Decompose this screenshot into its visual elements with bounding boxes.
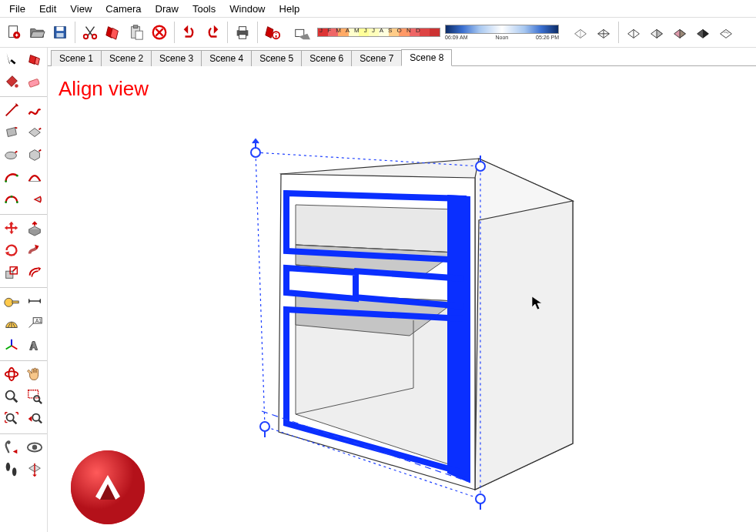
- scene-tab-6[interactable]: Scene 6: [301, 50, 352, 66]
- scene-tab-5[interactable]: Scene 5: [251, 50, 302, 66]
- menu-help[interactable]: Help: [273, 2, 306, 16]
- rotated-rectangle-tool[interactable]: [23, 121, 46, 143]
- zoom-extents-tool[interactable]: [0, 407, 23, 430]
- paste-button[interactable]: [125, 22, 147, 43]
- xray-style-button[interactable]: [570, 22, 591, 43]
- text-tool[interactable]: A1: [23, 312, 46, 334]
- back-edges-style-button[interactable]: [715, 22, 737, 43]
- open-file-button[interactable]: [26, 22, 48, 43]
- two-point-arc-tool[interactable]: [23, 166, 46, 188]
- tape-measure-tool[interactable]: [0, 289, 23, 312]
- scene-tab-2[interactable]: Scene 2: [101, 50, 152, 66]
- svg-point-40: [6, 462, 11, 470]
- move-tool[interactable]: [0, 216, 23, 239]
- orbit-tool[interactable]: [0, 363, 23, 385]
- svg-point-34: [34, 396, 39, 401]
- scale-tool[interactable]: [0, 261, 23, 283]
- svg-point-63: [476, 162, 485, 171]
- month-slider[interactable]: [317, 28, 440, 37]
- zoom-window-tool[interactable]: [23, 385, 46, 407]
- svg-point-14: [273, 32, 279, 38]
- polygon-tool[interactable]: [23, 143, 46, 166]
- svg-point-62: [251, 148, 260, 157]
- menu-edit[interactable]: Edit: [33, 2, 62, 16]
- scene-tab-1[interactable]: Scene 1: [51, 50, 102, 66]
- previous-view-tool[interactable]: [23, 407, 46, 430]
- push-pull-tool[interactable]: [23, 216, 46, 239]
- circle-tool[interactable]: [0, 143, 23, 166]
- svg-point-64: [476, 494, 485, 504]
- shadow-toggle-button[interactable]: [291, 22, 313, 43]
- svg-point-41: [12, 467, 16, 476]
- follow-me-tool[interactable]: [23, 239, 46, 261]
- menu-tools[interactable]: Tools: [186, 2, 222, 16]
- svg-point-21: [5, 201, 7, 203]
- scene-tab-3[interactable]: Scene 3: [151, 50, 202, 66]
- make-component-tool[interactable]: [23, 48, 46, 70]
- axes-tool[interactable]: [0, 334, 23, 356]
- menu-file[interactable]: File: [3, 2, 32, 16]
- save-file-button[interactable]: [49, 22, 71, 43]
- walk-tool[interactable]: [0, 458, 23, 480]
- look-around-tool[interactable]: [23, 436, 46, 458]
- rotate-tool[interactable]: [0, 239, 23, 261]
- scene-tab-4[interactable]: Scene 4: [201, 50, 252, 66]
- menu-camera[interactable]: Camera: [99, 2, 147, 16]
- arc-tool[interactable]: [0, 166, 23, 188]
- svg-point-23: [16, 201, 18, 203]
- hidden-line-style-button[interactable]: [623, 22, 644, 43]
- freehand-tool[interactable]: [23, 99, 46, 121]
- three-point-arc-tool[interactable]: [0, 188, 23, 210]
- svg-point-20: [16, 174, 18, 176]
- protractor-tool[interactable]: [0, 312, 23, 334]
- 3d-text-tool[interactable]: [23, 334, 46, 356]
- section-plane-tool[interactable]: [23, 458, 46, 480]
- time-slider[interactable]: [445, 25, 559, 34]
- menu-view[interactable]: View: [64, 2, 98, 16]
- model-info-button[interactable]: [262, 22, 283, 43]
- zoom-tool[interactable]: [0, 385, 23, 407]
- undo-button[interactable]: [179, 22, 200, 43]
- scene-tabs: Scene 1 Scene 2 Scene 3 Scene 4 Scene 5 …: [48, 48, 756, 66]
- svg-text:A1: A1: [35, 318, 42, 323]
- svg-point-30: [5, 371, 18, 376]
- face-style-group: [570, 22, 737, 43]
- svg-marker-44: [475, 201, 573, 490]
- svg-rect-4: [56, 33, 63, 37]
- rectangle-tool[interactable]: [0, 121, 23, 143]
- line-tool[interactable]: [0, 99, 23, 121]
- shaded-texture-style-button[interactable]: [669, 22, 691, 43]
- eraser-tool[interactable]: [23, 70, 46, 92]
- print-button[interactable]: [232, 22, 253, 43]
- svg-point-32: [6, 390, 15, 399]
- pan-tool[interactable]: [23, 363, 46, 385]
- top-toolbar: J F M A M J J A S O N D 06:09 AM Noon 05…: [0, 17, 756, 48]
- svg-rect-3: [56, 27, 63, 32]
- svg-point-31: [8, 367, 14, 380]
- pie-tool[interactable]: [23, 188, 46, 210]
- new-file-button[interactable]: [3, 22, 25, 43]
- dimension-tool[interactable]: [23, 289, 46, 312]
- time-labels: 06:09 AM Noon 05:26 PM: [445, 35, 559, 40]
- wireframe-style-button[interactable]: [593, 22, 614, 43]
- svg-point-5: [84, 35, 89, 39]
- scene-tab-7[interactable]: Scene 7: [351, 50, 402, 66]
- menu-window[interactable]: Window: [223, 2, 271, 16]
- cut-button[interactable]: [79, 22, 101, 43]
- menu-draw[interactable]: Draw: [149, 2, 185, 16]
- position-camera-tool[interactable]: [0, 436, 23, 458]
- redo-button[interactable]: [202, 22, 223, 43]
- offset-tool[interactable]: [23, 261, 46, 283]
- svg-point-6: [92, 35, 97, 39]
- svg-rect-9: [135, 31, 142, 39]
- shaded-style-button[interactable]: [646, 22, 667, 43]
- monochrome-style-button[interactable]: [692, 22, 714, 43]
- svg-rect-13: [239, 35, 246, 39]
- scene-tab-8[interactable]: Scene 8: [401, 49, 452, 66]
- viewport-3d[interactable]: Align view: [48, 66, 756, 532]
- delete-button[interactable]: [149, 22, 170, 43]
- select-tool[interactable]: [0, 48, 23, 70]
- copy-button[interactable]: [102, 22, 124, 43]
- paint-bucket-tool[interactable]: [0, 70, 23, 92]
- svg-point-22: [11, 195, 13, 197]
